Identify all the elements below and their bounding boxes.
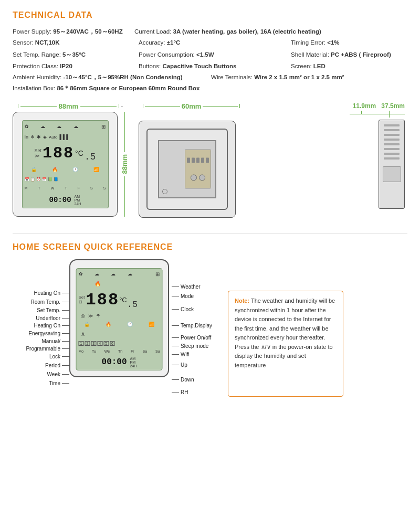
lcd-time-row: 00:00 AM PM 24H [49,195,81,206]
lcd-mid-icons: 🔒 🔥 🕐 📶 [25,167,106,172]
home-ref-inner: Heating On Room Temp. Set Temp. Underflo… [13,259,217,397]
home-thermo-box: ✿ ☁ ☁ ☁ ⊞ 🔥 [69,259,169,377]
diagrams-row: 88mm - ✿ ☁ ☁ ☁ ⊞ [13,102,407,218]
spec-label: Power Supply: [13,28,53,35]
spec-value: Wire 2 x 1.5 mm² or 1 x 2.5 mm² [254,74,344,80]
front-view-with-side-label: ✿ ☁ ☁ ☁ ⊞ In ❄ ✱ ◈ A [13,112,133,217]
spec-label: Screen: [291,63,313,69]
spec-label: Current Load: [134,28,173,35]
label-mode: Mode [172,292,217,301]
spec-row-1: Power Supply: 95～240VAC，50～60HZ Current … [13,27,407,36]
spec-label: Installation Box: [13,85,57,91]
home-thermo-center: ✿ ☁ ☁ ☁ ⊞ 🔥 [69,259,172,397]
hlcd-mid-icons: ◎ ≫ ☂ [79,313,160,319]
dim-width-annotation: 88mm - [18,102,123,110]
label-weather: Weather [172,282,217,292]
label-up: Up [172,359,217,372]
spec-value: ±1°C [167,39,181,46]
spec-label: Sensor: [13,39,35,46]
label-underfloor: Underfloor [13,315,69,322]
spec-label: Protection Class: [13,63,60,69]
lcd-temp-row: Set ≫ 188 °C .5 [35,144,96,162]
hlcd-flame-row: 🔥 [79,281,160,286]
spec-value: LED [313,63,326,69]
spec-label: Accuracy: [139,39,167,46]
front-thermostat: ✿ ☁ ☁ ☁ ⊞ In ❄ ✱ ◈ A [13,112,118,217]
hlcd-icons-top: ✿ ☁ ☁ ☁ ⊞ [79,271,160,277]
spec-value: -10～45°C，5～95%RH (Non Condensing) [64,74,183,80]
spec-value: 86＊86mm Square or European 60mm Round Bo… [57,85,200,91]
lcd-top-icons: ✿ ☁ ☁ ☁ ⊞ [25,124,106,130]
diagram-back: 60mm [139,102,244,218]
technical-data-title: TECHNICAL DATA [13,10,407,20]
back-inner-cutout [146,129,228,210]
pcb-board [185,150,211,189]
spec-value: 3A (water heating, gas boiler), 16A (ele… [173,28,321,35]
side-connector [383,166,401,182]
side-box-wrap [249,120,407,209]
lcd-week-row: MTWTFSS [25,186,106,190]
label-wifi: Wifi [172,351,217,359]
side-dim-lines [249,111,407,118]
callout-labels-left: Heating On Room Temp. Set Temp. Underflo… [13,259,69,397]
spec-value: IP20 [60,63,72,69]
hlcd-time-display: 00:00 AM PM 24H [102,357,137,368]
label-temp-display: Temp.Display [172,318,217,334]
spec-row-3: Set Temp. Range: 5～35°C Power Consumptio… [13,50,407,59]
diagram-side: 11.9mm 37.5mm [249,102,407,209]
spec-value: NCT,10K [35,39,60,46]
label-energysaving: Energysaving [13,330,69,338]
home-screen-title: HOME SCREEN QUICK REFERENCE [13,242,407,252]
spec-value: <1.5W [196,51,214,58]
back-thermostat [139,121,236,218]
label-time: Time [13,379,69,388]
hlcd-week-days: MoTuWeThFrSaSu [79,349,160,353]
hlcd-period-boxes: 1 2 3 4 5 6 [79,341,160,346]
spec-label: Shell Material: [291,51,331,58]
spec-row-2: Sensor: NCT,10K Accuracy: ±1°C Timing Er… [13,38,407,47]
label-clock: Clock [172,301,217,318]
spec-label: Power Consumption: [139,51,196,58]
dim-back-width: 60mm [143,102,240,110]
note-text: The weather and humidity will be synchro… [235,298,335,368]
back-octagon [158,140,216,198]
spec-label: Buttons: [139,63,162,69]
spec-value: 95～240VAC，50～60HZ [53,28,122,35]
label-sleep-mode: Sleep mode [172,342,217,351]
spec-row-6: Installation Box: 86＊86mm Square or Euro… [13,84,407,93]
home-diagrams-container: Heating On Room Temp. Set Temp. Underflo… [13,259,407,397]
front-lcd: ✿ ☁ ☁ ☁ ⊞ In ❄ ✱ ◈ A [22,120,109,208]
spec-row-4: Protection Class: IP20 Buttons: Capaciti… [13,61,407,71]
spec-label: Ambient Humidity: [13,74,64,80]
spec-label: Wire Terminals: [211,74,254,80]
spec-value: Capacitive Touch Buttons [162,63,236,69]
hlcd-set-row: Set ⊡ 188 °C .5 [79,290,160,310]
pcb-terminals-top [187,158,209,163]
dim-height-annotation: 88mm [121,112,129,217]
diagram-front: 88mm - ✿ ☁ ☁ ☁ ⊞ [13,102,133,217]
label-programmable: Programmable [13,345,69,353]
home-screen-section: HOME SCREEN QUICK REFERENCE Heating On R… [13,242,407,397]
lcd-second-row: In ❄ ✱ ◈ Auto ▌▌▌ [25,134,106,140]
label-down: Down [172,372,217,388]
label-heating-on: Heating On [13,289,69,298]
spec-value: PC +ABS ( Fireproof) [331,51,391,58]
label-room-temp: Room Temp. [13,298,69,306]
home-lcd: ✿ ☁ ☁ ☁ ⊞ 🔥 [76,268,163,370]
pcb-circles [191,174,205,181]
label-set-temp: Set Temp. [13,306,69,315]
label-manual: Manual/ [13,338,69,345]
specs-grid: Power Supply: 95～240VAC，50～60HZ Current … [13,27,407,93]
label-week: Week [13,370,69,379]
side-dims-labels: 11.9mm 37.5mm [249,102,407,110]
screw-bl [162,189,167,194]
label-lock: Lock [13,353,69,361]
spec-value: 5～35°C [62,51,86,58]
spec-label: Timing Error: [291,39,327,46]
home-reference-area: Heating On Room Temp. Set Temp. Underflo… [13,259,217,397]
hlcd-up-row: ∧ [79,331,160,337]
side-thermostat [379,120,405,209]
technical-data-section: TECHNICAL DATA Power Supply: 95～240VAC，5… [13,10,407,218]
hlcd-lock-row: 🔒 🔥 🕐 📶 [79,322,160,327]
spec-value: <1% [327,39,339,46]
